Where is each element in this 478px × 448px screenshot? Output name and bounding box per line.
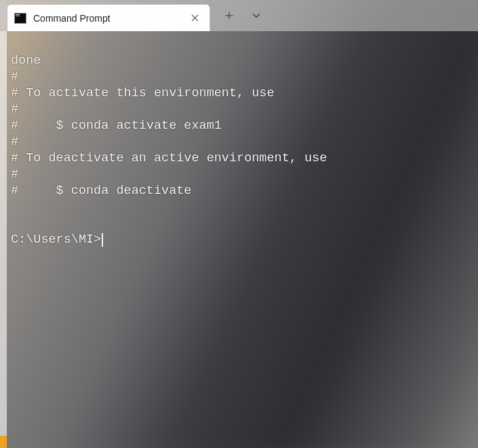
text-cursor	[102, 233, 103, 247]
taskbar-accent	[0, 436, 7, 448]
prompt-text: C:\Users\MI>	[11, 232, 101, 248]
plus-icon	[225, 12, 233, 20]
close-icon	[191, 14, 199, 22]
command-prompt-icon	[14, 13, 26, 24]
terminal-line: #	[11, 135, 18, 149]
tab-bar: Command Prompt	[0, 0, 478, 31]
tab-command-prompt[interactable]: Command Prompt	[7, 4, 210, 31]
tab-dropdown-button[interactable]	[245, 5, 267, 26]
terminal-line: # To deactivate an active environment, u…	[11, 151, 327, 165]
chevron-down-icon	[252, 13, 260, 18]
terminal-line: #	[11, 167, 18, 182]
tab-title: Command Prompt	[33, 13, 180, 24]
window-left-edge	[0, 31, 7, 448]
terminal-line: #	[11, 70, 18, 84]
terminal-line: # To activate this environment, use	[11, 86, 275, 100]
terminal-line: #	[11, 102, 18, 117]
tabbar-actions	[210, 0, 267, 31]
terminal-line: # $ conda activate exam1	[11, 119, 222, 133]
terminal-line: # $ conda deactivate	[11, 184, 191, 198]
prompt-line: C:\Users\MI>	[11, 232, 474, 248]
terminal-line: done	[11, 54, 41, 68]
new-tab-button[interactable]	[218, 5, 240, 26]
tabbar-left-padding	[0, 0, 7, 31]
tab-close-button[interactable]	[186, 10, 203, 26]
terminal-viewport[interactable]: done # # To activate this environment, u…	[7, 31, 478, 448]
